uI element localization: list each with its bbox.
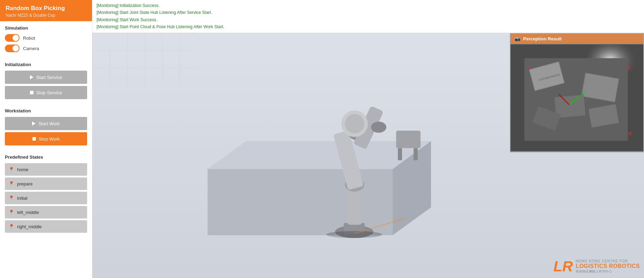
state-label: initial <box>17 196 28 201</box>
log-line: [Monitoring] Start Work Success. <box>97 16 640 23</box>
stop-icon-stop-service <box>30 91 33 94</box>
workstation-section: Workstation Start Work Stop Work <box>0 104 92 150</box>
predefined-list: 📍home📍prepare📍initial📍left_middle📍right_… <box>5 163 87 233</box>
start-service-row: Start Service <box>5 71 87 84</box>
robot-toggle[interactable] <box>5 34 20 42</box>
predefined-state-button[interactable]: 📍home <box>5 163 87 176</box>
start-work-label: Start Work <box>38 121 60 126</box>
viewport-3d[interactable]: 📷 Perception Result <box>92 33 644 278</box>
pin-icon: 📍 <box>8 224 14 229</box>
svg-point-16 <box>345 114 364 133</box>
svg-rect-14 <box>414 148 418 160</box>
stop-service-button[interactable]: Stop Service <box>5 86 87 99</box>
log-line: [Monitoring] Start Point Cloud & Pose Hu… <box>97 23 640 30</box>
camera-toggle-label: Camera <box>23 46 39 51</box>
predefined-state-button[interactable]: 📍prepare <box>5 177 87 190</box>
initialization-section: Initialization Start Service Stop Servic… <box>0 58 92 104</box>
play-icon-start-work <box>32 121 36 126</box>
perception-header: 📷 Perception Result <box>511 34 643 44</box>
svg-point-17 <box>326 231 382 238</box>
logo-text-block: HONG KONG CENTRE FOR LOGISTICS ROBOTICS … <box>576 259 640 274</box>
logo-line1: HONG KONG CENTRE FOR <box>576 259 640 263</box>
state-label: home <box>17 167 29 172</box>
camera-toggle[interactable] <box>5 45 20 52</box>
logo-line2: LOGISTICS ROBOTICS <box>576 263 640 269</box>
predefined-state-button[interactable]: 📍right_middle <box>5 220 87 233</box>
svg-text:✕: ✕ <box>626 65 631 71</box>
robot-toggle-label: Robot <box>23 35 35 41</box>
robot-toggle-row: Robot <box>5 34 87 42</box>
svg-text:✕: ✕ <box>628 131 632 137</box>
simulation-section: Simulation Robot Camera <box>0 21 92 58</box>
stop-service-label: Stop Service <box>36 90 62 95</box>
predefined-states-section: Predefined States 📍home📍prepare📍initial📍… <box>0 150 92 237</box>
logo-area: LR HONG KONG CENTRE FOR LOGISTICS ROBOTI… <box>553 259 640 274</box>
start-service-label: Start Service <box>36 75 62 80</box>
pin-icon: 📍 <box>8 195 14 201</box>
pin-icon: 📍 <box>8 167 14 172</box>
predefined-state-button[interactable]: 📍left_middle <box>5 206 87 219</box>
svg-rect-13 <box>398 148 402 160</box>
perception-panel: 📷 Perception Result <box>510 33 644 152</box>
perception-title: Perception Result <box>523 36 562 41</box>
svg-text:✕: ✕ <box>526 66 530 71</box>
camera-toggle-row: Camera <box>5 45 87 52</box>
main-content: [Monitoring] Initialization Success.[Mon… <box>92 0 644 278</box>
svg-point-11 <box>371 121 386 133</box>
svg-rect-12 <box>396 131 421 148</box>
initialization-label: Initialization <box>5 62 87 67</box>
camera-icon: 📷 <box>515 36 520 41</box>
stop-icon-stop-work <box>32 137 36 141</box>
pin-icon: 📍 <box>8 181 14 186</box>
predefined-states-label: Predefined States <box>5 154 87 160</box>
play-icon-start-service <box>30 75 33 79</box>
state-label: right_middle <box>17 224 42 229</box>
stop-work-label: Stop Work <box>39 136 60 142</box>
app-title: Random Box Picking <box>6 5 86 12</box>
stop-work-button[interactable]: Stop Work <box>5 132 87 145</box>
stop-work-row: Stop Work <box>5 132 87 145</box>
sidebar: Random Box Picking Nachi MZ25 & Double C… <box>0 0 92 278</box>
perception-image: OYSTER SAUCE ✕ ✕ ✕ <box>511 44 643 152</box>
start-service-button[interactable]: Start Service <box>5 71 87 84</box>
state-label: prepare <box>17 181 33 186</box>
state-label: left_middle <box>17 210 39 215</box>
start-work-row: Start Work <box>5 117 87 130</box>
predefined-state-button[interactable]: 📍initial <box>5 192 87 204</box>
simulation-label: Simulation <box>5 25 87 31</box>
start-work-button[interactable]: Start Work <box>5 117 87 130</box>
logo-lr-text: LR <box>553 259 573 274</box>
log-lines: [Monitoring] Initialization Success.[Mon… <box>97 2 640 31</box>
log-line: [Monitoring] Start Joint State Hub Liste… <box>97 9 640 16</box>
log-line: [Monitoring] Initialization Success. <box>97 2 640 9</box>
sidebar-header: Random Box Picking Nachi MZ25 & Double C… <box>0 0 92 21</box>
workstation-label: Workstation <box>5 108 87 113</box>
logo-line3: 香港物流機械人研究中心 <box>576 269 640 274</box>
pin-icon: 📍 <box>8 209 14 215</box>
app-subtitle: Nachi MZ25 & Double Cup <box>6 13 86 18</box>
log-area: [Monitoring] Initialization Success.[Mon… <box>92 0 644 33</box>
svg-marker-1 <box>208 169 393 235</box>
stop-service-row: Stop Service <box>5 86 87 99</box>
